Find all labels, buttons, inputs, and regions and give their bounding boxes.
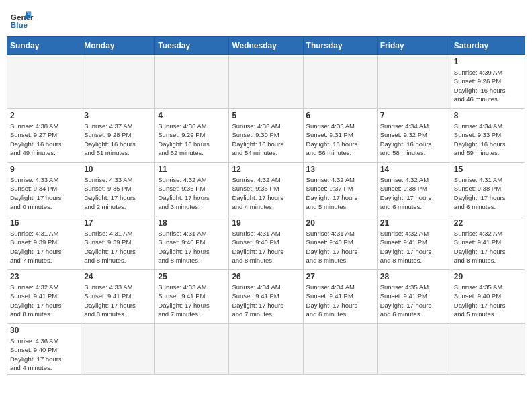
page-header: General Blue [7,7,525,31]
day-info: Sunrise: 4:38 AM Sunset: 9:27 PM Dayligh… [10,122,78,157]
day-number: 22 [454,218,522,228]
day-info: Sunrise: 4:32 AM Sunset: 9:41 PM Dayligh… [454,229,522,265]
day-info: Sunrise: 4:32 AM Sunset: 9:37 PM Dayligh… [306,175,374,211]
calendar-cell: 25Sunrise: 4:33 AM Sunset: 9:41 PM Dayli… [155,270,229,324]
day-info: Sunrise: 4:31 AM Sunset: 9:40 PM Dayligh… [158,229,226,265]
calendar-cell: 16Sunrise: 4:31 AM Sunset: 9:39 PM Dayli… [7,216,81,270]
weekday-header-monday: Monday [81,37,155,55]
day-number: 29 [454,272,522,281]
day-info: Sunrise: 4:34 AM Sunset: 9:41 PM Dayligh… [306,283,374,318]
calendar-cell: 10Sunrise: 4:33 AM Sunset: 9:35 PM Dayli… [81,163,155,216]
day-info: Sunrise: 4:36 AM Sunset: 9:30 PM Dayligh… [232,122,300,157]
calendar-cell: 24Sunrise: 4:33 AM Sunset: 9:41 PM Dayli… [81,270,155,324]
calendar-cell: 6Sunrise: 4:35 AM Sunset: 9:31 PM Daylig… [303,109,377,163]
calendar-cell [81,324,155,375]
day-number: 25 [158,272,226,281]
calendar-cell [377,324,451,375]
day-info: Sunrise: 4:31 AM Sunset: 9:38 PM Dayligh… [454,175,522,211]
day-info: Sunrise: 4:31 AM Sunset: 9:39 PM Dayligh… [10,229,78,265]
weekday-header-sunday: Sunday [7,37,81,55]
day-number: 28 [380,272,448,281]
day-number: 17 [84,218,152,228]
day-number: 24 [84,272,152,281]
calendar-cell: 28Sunrise: 4:35 AM Sunset: 9:41 PM Dayli… [377,270,451,324]
day-number: 1 [454,57,522,66]
weekday-header-thursday: Thursday [303,37,377,55]
day-number: 9 [10,165,78,174]
calendar-cell [377,55,451,109]
day-info: Sunrise: 4:32 AM Sunset: 9:38 PM Dayligh… [380,175,448,211]
day-number: 12 [232,165,300,174]
calendar-cell: 18Sunrise: 4:31 AM Sunset: 9:40 PM Dayli… [155,216,229,270]
calendar-cell: 9Sunrise: 4:33 AM Sunset: 9:34 PM Daylig… [7,163,81,216]
calendar-cell: 4Sunrise: 4:36 AM Sunset: 9:29 PM Daylig… [155,109,229,163]
day-info: Sunrise: 4:32 AM Sunset: 9:36 PM Dayligh… [232,175,300,211]
weekday-header-saturday: Saturday [451,37,525,55]
weekday-header-friday: Friday [377,37,451,55]
day-info: Sunrise: 4:31 AM Sunset: 9:40 PM Dayligh… [232,229,300,265]
calendar-cell: 7Sunrise: 4:34 AM Sunset: 9:32 PM Daylig… [377,109,451,163]
day-number: 4 [158,111,226,120]
day-info: Sunrise: 4:39 AM Sunset: 9:26 PM Dayligh… [454,68,522,103]
calendar-cell: 15Sunrise: 4:31 AM Sunset: 9:38 PM Dayli… [451,163,525,216]
day-info: Sunrise: 4:35 AM Sunset: 9:40 PM Dayligh… [454,283,522,318]
weekday-header-tuesday: Tuesday [155,37,229,55]
day-info: Sunrise: 4:32 AM Sunset: 9:41 PM Dayligh… [10,283,78,318]
calendar-cell: 5Sunrise: 4:36 AM Sunset: 9:30 PM Daylig… [229,109,303,163]
day-info: Sunrise: 4:36 AM Sunset: 9:40 PM Dayligh… [10,336,78,372]
day-info: Sunrise: 4:35 AM Sunset: 9:41 PM Dayligh… [380,283,448,318]
day-info: Sunrise: 4:33 AM Sunset: 9:34 PM Dayligh… [10,175,78,211]
logo-icon: General Blue [9,7,34,31]
day-number: 18 [158,218,226,228]
calendar-cell [303,324,377,375]
calendar: SundayMondayTuesdayWednesdayThursdayFrid… [7,36,525,375]
calendar-cell [155,324,229,375]
calendar-cell: 8Sunrise: 4:34 AM Sunset: 9:33 PM Daylig… [451,109,525,163]
calendar-cell: 1Sunrise: 4:39 AM Sunset: 9:26 PM Daylig… [451,55,525,109]
day-number: 7 [380,111,448,120]
day-info: Sunrise: 4:34 AM Sunset: 9:32 PM Dayligh… [380,122,448,157]
day-info: Sunrise: 4:36 AM Sunset: 9:29 PM Dayligh… [158,122,226,157]
day-number: 8 [454,111,522,120]
calendar-week-4: 23Sunrise: 4:32 AM Sunset: 9:41 PM Dayli… [7,270,525,324]
calendar-cell [303,55,377,109]
day-info: Sunrise: 4:34 AM Sunset: 9:41 PM Dayligh… [232,283,300,318]
calendar-week-0: 1Sunrise: 4:39 AM Sunset: 9:26 PM Daylig… [7,55,525,109]
day-number: 10 [84,165,152,174]
calendar-cell: 11Sunrise: 4:32 AM Sunset: 9:36 PM Dayli… [155,163,229,216]
calendar-week-5: 30Sunrise: 4:36 AM Sunset: 9:40 PM Dayli… [7,324,525,375]
day-number: 2 [10,111,78,120]
calendar-cell: 30Sunrise: 4:36 AM Sunset: 9:40 PM Dayli… [7,324,81,375]
day-info: Sunrise: 4:37 AM Sunset: 9:28 PM Dayligh… [84,122,152,157]
day-number: 19 [232,218,300,228]
day-info: Sunrise: 4:35 AM Sunset: 9:31 PM Dayligh… [306,122,374,157]
day-number: 16 [10,218,78,228]
calendar-cell: 21Sunrise: 4:32 AM Sunset: 9:41 PM Dayli… [377,216,451,270]
day-number: 11 [158,165,226,174]
day-info: Sunrise: 4:32 AM Sunset: 9:36 PM Dayligh… [158,175,226,211]
calendar-cell [81,55,155,109]
calendar-cell: 3Sunrise: 4:37 AM Sunset: 9:28 PM Daylig… [81,109,155,163]
calendar-cell [155,55,229,109]
day-info: Sunrise: 4:32 AM Sunset: 9:41 PM Dayligh… [380,229,448,265]
day-info: Sunrise: 4:33 AM Sunset: 9:41 PM Dayligh… [84,283,152,318]
day-number: 30 [10,326,78,335]
calendar-cell: 13Sunrise: 4:32 AM Sunset: 9:37 PM Dayli… [303,163,377,216]
day-number: 26 [232,272,300,281]
day-number: 20 [306,218,374,228]
calendar-cell: 12Sunrise: 4:32 AM Sunset: 9:36 PM Dayli… [229,163,303,216]
calendar-cell: 26Sunrise: 4:34 AM Sunset: 9:41 PM Dayli… [229,270,303,324]
day-number: 21 [380,218,448,228]
day-number: 23 [10,272,78,281]
day-info: Sunrise: 4:34 AM Sunset: 9:33 PM Dayligh… [454,122,522,157]
calendar-cell: 20Sunrise: 4:31 AM Sunset: 9:40 PM Dayli… [303,216,377,270]
calendar-cell: 29Sunrise: 4:35 AM Sunset: 9:40 PM Dayli… [451,270,525,324]
svg-text:Blue: Blue [11,20,28,29]
calendar-cell: 19Sunrise: 4:31 AM Sunset: 9:40 PM Dayli… [229,216,303,270]
calendar-cell [451,324,525,375]
day-number: 14 [380,165,448,174]
day-number: 6 [306,111,374,120]
calendar-cell: 27Sunrise: 4:34 AM Sunset: 9:41 PM Dayli… [303,270,377,324]
logo: General Blue [9,7,34,31]
weekday-header-row: SundayMondayTuesdayWednesdayThursdayFrid… [7,37,525,55]
